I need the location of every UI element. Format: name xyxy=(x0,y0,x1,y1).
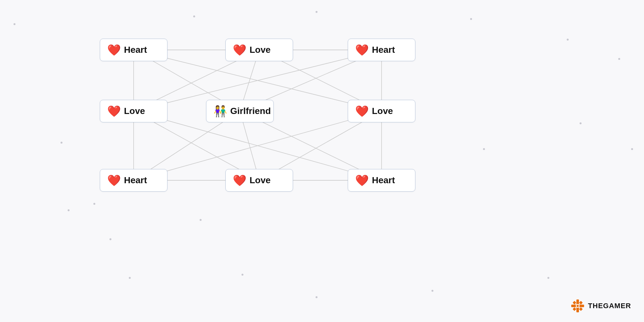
svg-rect-4 xyxy=(573,307,576,311)
graph-node-mid-left: ❤️Love xyxy=(100,100,167,122)
svg-rect-3 xyxy=(579,301,582,304)
node-emoji-top-mid: ❤️ xyxy=(233,44,246,55)
node-emoji-mid-left: ❤️ xyxy=(107,106,121,117)
node-emoji-mid-right: ❤️ xyxy=(355,106,369,117)
node-label-top-left: Heart xyxy=(124,45,147,55)
node-label-mid-center: Girlfriend xyxy=(230,106,271,116)
node-label-bot-left: Heart xyxy=(124,175,147,185)
svg-rect-5 xyxy=(579,307,582,311)
brand-icon xyxy=(571,299,585,313)
graph-node-bot-mid: ❤️Love xyxy=(225,169,293,192)
svg-point-7 xyxy=(577,305,579,307)
graph-node-bot-right: ❤️Heart xyxy=(348,169,415,192)
nodes-container: ❤️Heart❤️Love❤️Heart❤️Love👫Girlfriend❤️L… xyxy=(0,0,644,322)
node-emoji-mid-center: 👫 xyxy=(213,106,227,117)
node-emoji-bot-mid: ❤️ xyxy=(233,175,246,186)
graph-node-top-mid: ❤️Love xyxy=(225,39,293,61)
node-emoji-top-left: ❤️ xyxy=(107,44,121,55)
node-label-bot-right: Heart xyxy=(372,175,395,185)
svg-rect-2 xyxy=(573,301,576,304)
brand: THEGAMER xyxy=(571,299,631,313)
node-label-mid-left: Love xyxy=(124,106,145,116)
node-label-top-right: Heart xyxy=(372,45,395,55)
node-emoji-bot-left: ❤️ xyxy=(107,175,121,186)
node-label-mid-right: Love xyxy=(372,106,393,116)
node-label-top-mid: Love xyxy=(250,45,270,55)
node-label-bot-mid: Love xyxy=(250,175,270,185)
graph-node-top-left: ❤️Heart xyxy=(100,39,167,61)
graph-node-top-right: ❤️Heart xyxy=(348,39,415,61)
brand-name: THEGAMER xyxy=(588,302,631,310)
node-emoji-top-right: ❤️ xyxy=(355,44,369,55)
node-emoji-bot-right: ❤️ xyxy=(355,175,369,186)
graph-node-mid-right: ❤️Love xyxy=(348,100,415,122)
graph-node-bot-left: ❤️Heart xyxy=(100,169,167,192)
graph-node-mid-center: 👫Girlfriend xyxy=(206,100,274,122)
